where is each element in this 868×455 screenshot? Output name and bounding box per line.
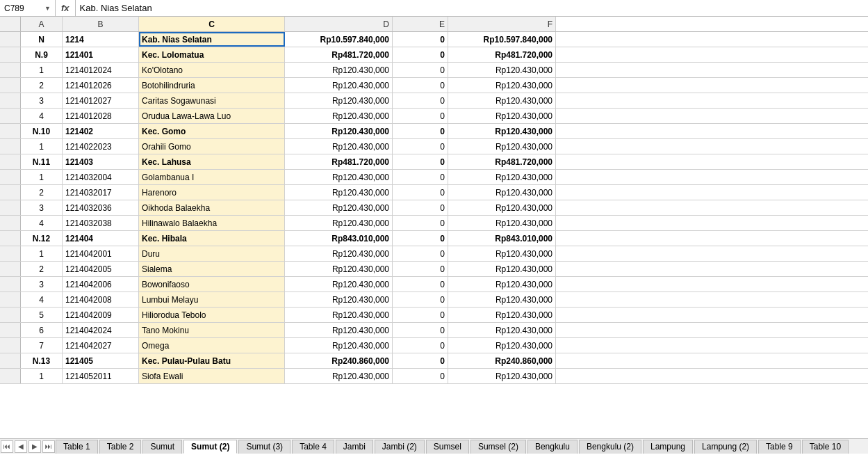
cell-d[interactable]: Rp120.430,000 — [285, 78, 393, 93]
sheet-tab[interactable]: Table 9 — [758, 440, 801, 454]
cell-a[interactable]: 4 — [21, 292, 63, 307]
sheet-tab[interactable]: Sumsel (2) — [470, 440, 526, 454]
cell-c[interactable]: Lumbui Melayu — [139, 292, 285, 307]
cell-a[interactable]: 1 — [21, 170, 63, 184]
sheet-tab[interactable]: Sumut (2) — [183, 440, 237, 454]
cell-d[interactable]: Rp120.430,000 — [285, 338, 393, 353]
cell-f[interactable]: Rp120.430,000 — [448, 109, 556, 123]
table-row[interactable]: N.13121405Kec. Pulau-Pulau BatuRp240.860… — [0, 353, 868, 369]
cell-c[interactable]: Caritas Sogawunasi — [139, 93, 285, 108]
sheet-tab[interactable]: Jambi — [336, 440, 373, 454]
cell-a[interactable]: 2 — [21, 78, 63, 93]
table-row[interactable]: N.9121401Kec. LolomatuaRp481.720,0000Rp4… — [0, 47, 868, 63]
cell-b[interactable]: 1214 — [63, 32, 139, 47]
cell-a[interactable]: 3 — [21, 277, 63, 292]
cell-e[interactable]: 0 — [393, 32, 448, 47]
cell-f[interactable]: Rp481.720,000 — [448, 154, 556, 169]
tab-nav-next[interactable]: ▶ — [28, 440, 41, 453]
cell-e[interactable]: 0 — [393, 200, 448, 215]
cell-c[interactable]: Ko'Olotano — [139, 63, 285, 77]
cell-f[interactable]: Rp120.430,000 — [448, 185, 556, 200]
cell-b[interactable]: 121404 — [63, 231, 139, 246]
cell-b[interactable]: 121401 — [63, 47, 139, 62]
cell-b[interactable]: 1214032017 — [63, 185, 139, 200]
cell-b[interactable]: 1214012027 — [63, 93, 139, 108]
cell-b[interactable]: 1214042001 — [63, 246, 139, 261]
cell-c[interactable]: Hiliorodua Tebolo — [139, 308, 285, 322]
cell-a[interactable]: 1 — [21, 369, 63, 383]
cell-e[interactable]: 0 — [393, 323, 448, 337]
cell-b[interactable]: 121405 — [63, 353, 139, 368]
cell-f[interactable]: Rp120.430,000 — [448, 170, 556, 184]
cell-d[interactable]: Rp120.430,000 — [285, 63, 393, 77]
col-header-f[interactable]: F — [448, 17, 556, 31]
cell-c[interactable]: Golambanua I — [139, 170, 285, 184]
cell-b[interactable]: 121402 — [63, 124, 139, 138]
cell-d[interactable]: Rp120.430,000 — [285, 185, 393, 200]
cell-c[interactable]: Kab. Nias Selatan — [139, 32, 285, 47]
table-row[interactable]: 51214042009Hiliorodua TeboloRp120.430,00… — [0, 308, 868, 323]
table-row[interactable]: 11214042001DuruRp120.430,0000Rp120.430,0… — [0, 246, 868, 262]
sheet-tab[interactable]: Bengkulu — [527, 440, 578, 454]
cell-e[interactable]: 0 — [393, 353, 448, 368]
cell-b[interactable]: 1214012028 — [63, 109, 139, 123]
cell-a[interactable]: N.10 — [21, 124, 63, 138]
cell-a[interactable]: N.13 — [21, 353, 63, 368]
cell-e[interactable]: 0 — [393, 369, 448, 383]
tab-nav-first[interactable]: ⏮ — [1, 440, 13, 453]
table-row[interactable]: 21214042005SialemaRp120.430,0000Rp120.43… — [0, 262, 868, 277]
cell-e[interactable]: 0 — [393, 109, 448, 123]
cell-b[interactable]: 1214052011 — [63, 369, 139, 383]
cell-f[interactable]: Rp120.430,000 — [448, 277, 556, 292]
table-row[interactable]: 31214042006BowonifaosoRp120.430,0000Rp12… — [0, 277, 868, 292]
cell-a[interactable]: N.11 — [21, 154, 63, 169]
cell-f[interactable]: Rp120.430,000 — [448, 78, 556, 93]
cell-d[interactable]: Rp120.430,000 — [285, 200, 393, 215]
table-row[interactable]: 31214012027Caritas SogawunasiRp120.430,0… — [0, 93, 868, 109]
sheet-tab[interactable]: Bengkulu (2) — [579, 440, 641, 454]
cell-d[interactable]: Rp10.597.840,000 — [285, 32, 393, 47]
cell-c[interactable]: Omega — [139, 338, 285, 353]
cell-a[interactable]: 4 — [21, 216, 63, 230]
table-row[interactable]: N.10121402Kec. GomoRp120.430,0000Rp120.4… — [0, 124, 868, 139]
cell-c[interactable]: Orudua Lawa-Lawa Luo — [139, 109, 285, 123]
table-row[interactable]: 31214032036Oikhoda BalaekhaRp120.430,000… — [0, 200, 868, 216]
table-row[interactable]: 21214032017HarenoroRp120.430,0000Rp120.4… — [0, 185, 868, 200]
cell-e[interactable]: 0 — [393, 246, 448, 261]
cell-b[interactable]: 1214022023 — [63, 139, 139, 154]
cell-f[interactable]: Rp10.597.840,000 — [448, 32, 556, 47]
table-row[interactable]: 21214012026BotohilindruriaRp120.430,0000… — [0, 78, 868, 93]
cell-c[interactable]: Hilinawalo Balaekha — [139, 216, 285, 230]
cell-f[interactable]: Rp120.430,000 — [448, 124, 556, 138]
cell-b[interactable]: 1214032036 — [63, 200, 139, 215]
cell-c[interactable]: Kec. Gomo — [139, 124, 285, 138]
cell-a[interactable]: 2 — [21, 185, 63, 200]
cell-a[interactable]: 4 — [21, 109, 63, 123]
cell-d[interactable]: Rp481.720,000 — [285, 47, 393, 62]
cell-d[interactable]: Rp120.430,000 — [285, 292, 393, 307]
cell-d[interactable]: Rp843.010,000 — [285, 231, 393, 246]
cell-d[interactable]: Rp120.430,000 — [285, 262, 393, 276]
table-row[interactable]: 41214012028Orudua Lawa-Lawa LuoRp120.430… — [0, 109, 868, 124]
cell-d[interactable]: Rp120.430,000 — [285, 308, 393, 322]
col-header-c[interactable]: C — [139, 17, 285, 31]
cell-a[interactable]: 2 — [21, 262, 63, 276]
cell-e[interactable]: 0 — [393, 216, 448, 230]
sheet-tab[interactable]: Sumut — [142, 440, 182, 454]
col-header-b[interactable]: B — [63, 17, 139, 31]
cell-f[interactable]: Rp120.430,000 — [448, 93, 556, 108]
cell-a[interactable]: 3 — [21, 200, 63, 215]
name-box-dropdown-icon[interactable]: ▼ — [44, 5, 51, 12]
sheet-tab[interactable]: Table 10 — [802, 440, 849, 454]
cell-b[interactable]: 1214032004 — [63, 170, 139, 184]
cell-d[interactable]: Rp120.430,000 — [285, 93, 393, 108]
cell-d[interactable]: Rp240.860,000 — [285, 353, 393, 368]
cell-e[interactable]: 0 — [393, 154, 448, 169]
table-row[interactable]: N.11121403Kec. LahusaRp481.720,0000Rp481… — [0, 154, 868, 170]
cell-f[interactable]: Rp481.720,000 — [448, 47, 556, 62]
cell-c[interactable]: Harenoro — [139, 185, 285, 200]
cell-b[interactable]: 1214012026 — [63, 78, 139, 93]
cell-a[interactable]: 7 — [21, 338, 63, 353]
cell-d[interactable]: Rp120.430,000 — [285, 139, 393, 154]
table-row[interactable]: 11214022023Orahili GomoRp120.430,0000Rp1… — [0, 139, 868, 154]
